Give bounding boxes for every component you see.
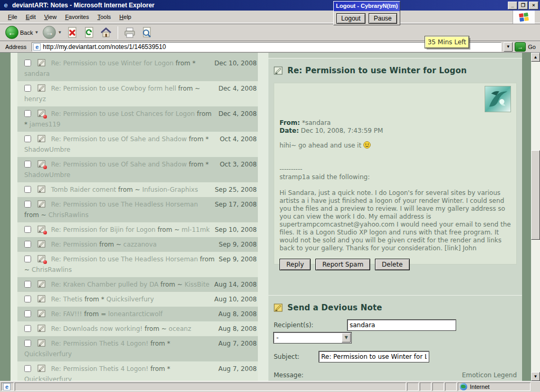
note-list-item[interactable]: Sep 9, 2008 Re: Permission to use The He… (17, 252, 258, 277)
scrollbar-thumb[interactable] (531, 150, 540, 240)
scroll-down-icon[interactable]: ▼ (531, 372, 540, 381)
search-icon (140, 26, 153, 39)
restore-button[interactable]: ❐ (518, 2, 528, 9)
resize-grip[interactable] (532, 383, 539, 391)
note-list-item[interactable]: Dec 10, 2008 Re: Permission to use Winte… (17, 56, 258, 81)
vertical-scrollbar[interactable]: ▲ ▼ (531, 53, 540, 381)
menu-favorites[interactable]: Favorites (61, 12, 92, 22)
status-pane-4 (445, 383, 457, 391)
note-list-item[interactable]: Sep 17, 2008 Re: Permission to use The H… (17, 197, 258, 222)
note-from-prefix: from * (150, 340, 170, 347)
note-list-item[interactable]: Sep 9, 2008 Re: Permission from ~ cazzan… (17, 237, 258, 252)
back-dropdown-icon[interactable]: ▼ (34, 30, 38, 35)
note-list-item[interactable]: Aug 7, 2008 Re: Permission Thetis 4 Logo… (17, 336, 258, 361)
note-date: Dec 4, 2008 (218, 83, 257, 94)
reply-button[interactable]: Reply (279, 259, 311, 270)
note-checkbox[interactable] (24, 310, 31, 317)
note-checkbox[interactable] (24, 85, 31, 92)
home-button[interactable] (98, 25, 114, 41)
note-checkbox[interactable] (24, 281, 31, 288)
note-list-item[interactable]: Aug 14, 2008 Re: Kraken Chamber pulled b… (17, 277, 258, 292)
note-icon (37, 84, 46, 92)
compose-panel: Send a Devious Note Recipient(s): - ▼ Su… (268, 295, 522, 381)
note-checkbox[interactable] (24, 186, 31, 193)
recipient-input[interactable] (348, 320, 456, 330)
note-checkbox[interactable] (24, 325, 31, 332)
from-value[interactable]: *sandara (302, 119, 331, 126)
note-list-item[interactable]: Aug 8, 2008 Re: Downloads now working! f… (17, 321, 258, 336)
note-list-item[interactable]: Dec 4, 2008 Re: Permission to use Lost C… (17, 106, 258, 132)
note-list-item[interactable]: Aug 10, 2008 Re: Thetis from * Quicksilv… (17, 292, 258, 307)
note-checkbox[interactable] (24, 340, 31, 347)
note-icon (37, 160, 46, 168)
note-title: Re: Permission to use Of Sahe and Shadow (51, 135, 189, 143)
logout-button[interactable]: Logout (336, 13, 365, 24)
emoticon-legend-link[interactable]: Emoticon Legend (462, 371, 517, 379)
address-dropdown-icon[interactable]: ▼ (504, 42, 513, 52)
note-date: Aug 8, 2008 (218, 324, 257, 334)
recipient-select-value: - (274, 334, 342, 341)
note-list-item[interactable]: Aug 8, 2008 Re: FAV!!! from = loneantarc… (17, 307, 258, 321)
pause-button[interactable]: Pause (369, 13, 398, 24)
note-list-item[interactable]: Oct 3, 2008 Re: Permission to use Of Sah… (17, 157, 258, 182)
note-from-prefix: from ~ (118, 186, 140, 193)
minimize-button[interactable]: _ (508, 2, 517, 9)
delete-button[interactable]: Delete (375, 259, 409, 270)
note-icon (37, 295, 46, 303)
page-icon: e (33, 43, 41, 51)
note-icon (37, 280, 46, 288)
note-checkbox[interactable] (24, 226, 31, 233)
note-list-item[interactable]: Dec 4, 2008 Re: Permission to use Cowboy… (17, 81, 258, 106)
note-list-item[interactable]: Sep 10, 2008 Re: Permission for Bijin fo… (17, 222, 258, 237)
back-button[interactable]: ← Back ▼ (3, 25, 41, 41)
subject-input[interactable] (319, 351, 429, 362)
note-list-item[interactable]: Sep 25, 2008 Tomb Raider coment from ~ I… (17, 182, 258, 197)
menu-tools[interactable]: Tools (94, 12, 115, 22)
note-sender: ChrisRawlins (49, 211, 89, 219)
search-button[interactable] (138, 25, 155, 41)
address-url[interactable]: http://my.deviantart.com/notes/1/1465395… (43, 43, 166, 51)
middle-light-stripe (258, 53, 268, 381)
note-checkbox[interactable] (24, 296, 31, 302)
note-checkbox[interactable] (24, 256, 31, 262)
note-checkbox[interactable] (24, 161, 31, 168)
note-list-item[interactable]: Aug 7, 2008 Re: Permission Thetis 4 Logo… (17, 361, 258, 381)
close-button[interactable]: × (529, 2, 538, 9)
date-label: Date: (279, 127, 299, 134)
replied-dot-icon (43, 165, 47, 169)
scroll-up-icon[interactable]: ▲ (531, 53, 540, 62)
note-icon (274, 66, 283, 75)
note-checkbox[interactable] (24, 365, 31, 372)
menu-view[interactable]: View (41, 12, 61, 22)
menu-help[interactable]: Help (115, 12, 135, 22)
note-checkbox[interactable] (24, 135, 31, 142)
menu-edit[interactable]: Edit (22, 12, 40, 22)
note-title: Re: Permission to use Cowboy form hell (51, 85, 178, 92)
go-arrow-icon: → (515, 42, 526, 52)
refresh-button[interactable] (81, 25, 98, 41)
home-icon (100, 26, 112, 39)
print-button[interactable] (121, 25, 138, 41)
report-spam-button[interactable]: Report Spam (315, 259, 370, 270)
note-checkbox[interactable] (24, 241, 31, 248)
note-checkbox[interactable] (24, 201, 31, 208)
note-title: Re: Thetis (51, 296, 84, 303)
stop-button[interactable] (64, 25, 81, 41)
note-list-item[interactable]: Oct 4, 2008 Re: Permission to use Of Sah… (17, 132, 258, 157)
note-icon (37, 255, 46, 263)
note-detail-title: Re: Permission to use Winter for Logon (287, 66, 467, 75)
note-checkbox[interactable] (24, 110, 31, 117)
note-checkbox[interactable] (24, 60, 31, 66)
forward-button[interactable]: → ▼ (41, 25, 64, 41)
note-title: Re: Permission to use Winter for Logon (51, 60, 176, 67)
forward-dropdown-icon[interactable]: ▼ (57, 30, 62, 35)
refresh-icon (83, 26, 95, 39)
menu-file[interactable]: File (4, 12, 21, 22)
go-button[interactable]: → Go (515, 42, 538, 52)
recipient-select[interactable]: - ▼ (274, 332, 351, 343)
select-dropdown-icon[interactable]: ▼ (342, 333, 351, 342)
note-sender: ShadowUmbre (24, 146, 71, 153)
note-icon (37, 59, 46, 67)
sender-avatar[interactable] (485, 86, 511, 112)
note-sender: Quicksilverfury (24, 350, 72, 358)
